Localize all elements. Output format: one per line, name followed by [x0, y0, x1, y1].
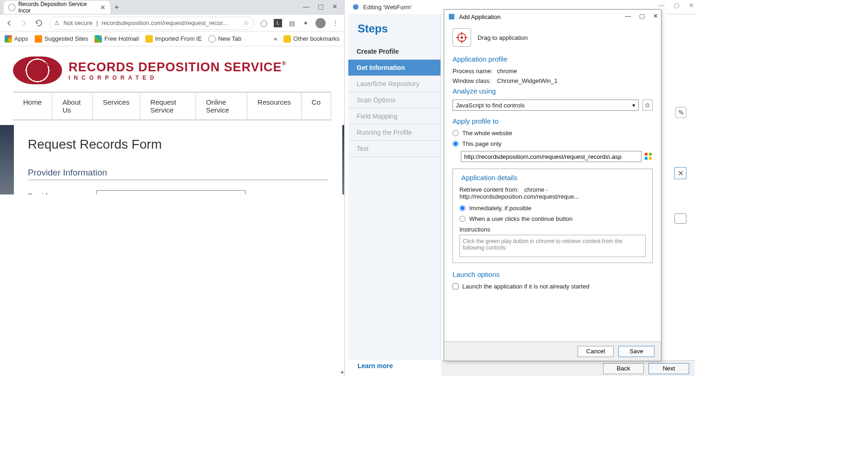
browser-tab[interactable]: Records Deposition Service Incor ✕ — [4, 1, 110, 14]
cancel-button[interactable]: Cancel — [578, 346, 614, 357]
minimize-icon[interactable]: — — [303, 3, 309, 10]
maximize-icon[interactable]: ▢ — [318, 3, 324, 10]
radio-page-only[interactable] — [453, 141, 459, 147]
svg-point-3 — [460, 36, 463, 38]
page-header: RECORDS DEPOSITION SERVICE® INCORPORATED… — [0, 46, 344, 125]
section-apply: Apply profile to — [453, 117, 653, 125]
bookmark-newtab[interactable]: New Tab — [208, 35, 241, 43]
page-band: Request Records Form Provider Informatio… — [0, 125, 344, 194]
forward-icon[interactable] — [19, 19, 29, 28]
crosshair-icon — [455, 31, 468, 44]
avatar-icon[interactable] — [315, 18, 326, 28]
step-test[interactable]: Test — [348, 141, 440, 157]
close-icon[interactable]: ✕ — [100, 4, 106, 11]
page-content: RECORDS DEPOSITION SERVICE® INCORPORATED… — [0, 46, 344, 376]
folder-icon — [35, 35, 42, 43]
scroll-arrow-icon[interactable]: ▸ — [341, 369, 344, 375]
grid-icon[interactable] — [644, 152, 653, 161]
back-button[interactable]: Back — [603, 363, 644, 374]
extensions-icon[interactable]: ✦ — [302, 19, 310, 27]
menu-home[interactable]: Home — [13, 93, 52, 119]
chrome-tab-strip: Records Deposition Service Incor ✕ + — ▢… — [0, 0, 344, 15]
minimize-icon[interactable]: — — [659, 2, 665, 9]
edit-icon[interactable]: ✎ — [675, 107, 686, 118]
chk-launch-app[interactable] — [453, 283, 459, 289]
menu-contact[interactable]: Co — [302, 93, 331, 119]
url-field[interactable]: ⚠ Not secure | recordsdeposition.com/req… — [49, 17, 254, 30]
security-label: Not secure — [63, 19, 93, 26]
star-icon[interactable]: ☆ — [244, 19, 249, 26]
section-app-details: Application details — [459, 174, 519, 182]
bookmark-hotmail[interactable]: Free Hotmail — [94, 35, 138, 43]
minimize-icon[interactable]: — — [625, 13, 631, 19]
editor-title: Editing 'WebForm' — [363, 4, 412, 11]
logo-text: RECORDS DEPOSITION SERVICE® INCORPORATED — [69, 60, 286, 81]
bookmark-imported[interactable]: Imported From IE — [145, 35, 202, 43]
apps-button[interactable]: Apps — [5, 35, 28, 43]
app-icon — [448, 13, 455, 20]
folder-icon — [145, 35, 153, 43]
url-text: recordsdeposition.com/request/request_re… — [101, 19, 227, 26]
step-laserfiche[interactable]: Laserfiche Repository — [348, 76, 440, 92]
menu-services[interactable]: Services — [93, 93, 140, 119]
step-get-information[interactable]: Get Information — [348, 60, 440, 76]
bookmark-overflow[interactable]: » — [274, 35, 277, 42]
next-button[interactable]: Next — [648, 363, 689, 374]
menu-online[interactable]: Online Service — [196, 93, 247, 119]
maximize-icon[interactable]: ▢ — [674, 2, 679, 9]
ext-icon[interactable]: L — [274, 19, 282, 27]
folder-icon — [283, 35, 291, 43]
radio-whole-website[interactable] — [453, 130, 459, 136]
provider-input[interactable] — [96, 190, 245, 194]
wclass-label: Window class: — [453, 77, 497, 84]
logo: RECORDS DEPOSITION SERVICE® INCORPORATED — [13, 56, 331, 84]
instructions-input[interactable]: Click the green play button in chrome to… — [459, 235, 646, 257]
radio-on-continue[interactable] — [459, 216, 465, 222]
section-title: Provider Information — [28, 168, 328, 180]
step-scan[interactable]: Scan Options — [348, 92, 440, 108]
close-icon[interactable]: ✕ — [332, 3, 338, 10]
analyze-dropdown[interactable]: JavaScript to find controls▾ — [453, 100, 639, 111]
apps-icon — [5, 35, 12, 43]
dropdown-stub[interactable] — [674, 213, 686, 224]
globe-icon — [8, 4, 15, 11]
circle-icon[interactable]: ◯ — [260, 19, 268, 27]
step-field-mapping[interactable]: Field Mapping — [348, 108, 440, 125]
menu-about[interactable]: About Us — [52, 93, 93, 119]
process-label: Process name: — [453, 68, 497, 75]
close-icon[interactable]: ✕ — [689, 2, 694, 9]
retrieve-label: Retrieve content from: — [459, 186, 524, 193]
step-create-profile[interactable]: Create Profile — [348, 44, 440, 60]
provider-label: Provider: — [28, 192, 96, 195]
dialog-window-controls: — ▢ ✕ — [625, 13, 658, 19]
instructions-label: Instructions — [459, 226, 646, 233]
close-icon[interactable]: ✕ — [653, 13, 658, 19]
globe-icon — [208, 35, 216, 43]
new-tab-button[interactable]: + — [110, 1, 123, 14]
save-button[interactable]: Save — [618, 346, 654, 357]
dialog-titlebar: Add Application — ▢ ✕ — [444, 10, 661, 24]
step-running[interactable]: Running the Profile — [348, 125, 440, 141]
learn-more-link[interactable]: Learn more — [348, 358, 402, 373]
bookmark-suggested[interactable]: Suggested Sites — [35, 35, 88, 43]
gear-icon[interactable]: ⚙ — [642, 100, 653, 111]
nav-menu: Home About Us Services Request Service O… — [13, 92, 331, 120]
address-bar: ⚠ Not secure | recordsdeposition.com/req… — [0, 15, 344, 31]
radio-immediately[interactable] — [459, 205, 465, 211]
menu-request[interactable]: Request Service — [140, 93, 196, 119]
other-bookmarks[interactable]: Other bookmarks — [283, 35, 340, 43]
page-url-input[interactable] — [461, 151, 642, 162]
svg-point-0 — [353, 4, 359, 10]
steps-header: Steps — [348, 14, 440, 44]
menu-icon[interactable]: ⋮ — [331, 19, 340, 27]
maximize-icon[interactable]: ▢ — [639, 13, 645, 19]
menu-resources[interactable]: Resources — [247, 93, 302, 119]
app-details-fieldset: Application details Retrieve content fro… — [453, 169, 653, 263]
drag-target[interactable] — [453, 28, 471, 47]
back-icon[interactable] — [5, 19, 14, 28]
ext2-icon[interactable]: ▤ — [288, 19, 296, 27]
editor-window-controls: — ▢ ✕ — [659, 2, 694, 9]
close-panel-icon[interactable]: ✕ — [674, 167, 686, 179]
process-value: chrome — [497, 68, 517, 75]
reload-icon[interactable] — [34, 19, 44, 28]
